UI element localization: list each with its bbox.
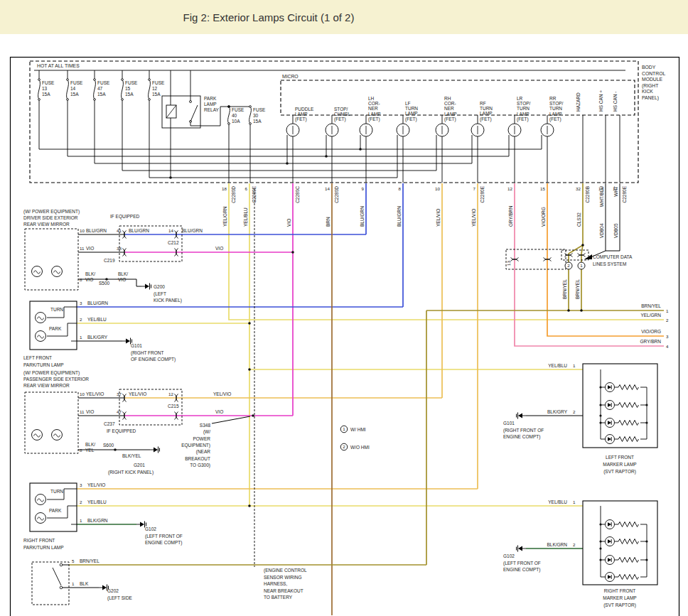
pin-number: 32 bbox=[576, 186, 581, 191]
legend-symbol: 2 bbox=[343, 444, 345, 449]
conn-pin: 13 bbox=[506, 261, 511, 266]
lamp-pin: 2 bbox=[80, 499, 82, 504]
mirror-lamp-icon bbox=[52, 266, 63, 277]
turn-lamp-icon bbox=[36, 495, 46, 505]
connector-label: C215 bbox=[168, 404, 179, 409]
pin-connector: C2280E bbox=[480, 185, 485, 202]
wire-label: BRN/YEL bbox=[575, 279, 580, 299]
wire-label: BLK bbox=[80, 581, 89, 586]
pin-wire-color: VIO bbox=[286, 219, 291, 227]
connector-label: C237 bbox=[104, 421, 115, 426]
if-equipped-label: IF EQUIPPED bbox=[107, 428, 136, 434]
pin-number: 12 bbox=[507, 186, 512, 191]
wire-label: YEL/VIO bbox=[87, 482, 105, 487]
led-lamp-icon bbox=[606, 383, 615, 392]
park-label: PARK bbox=[49, 326, 62, 331]
mirror-pin: 10 bbox=[80, 391, 85, 396]
wire-label: YEL/VIO bbox=[129, 391, 146, 396]
hs-can-plus-label: HS CAN + bbox=[598, 90, 603, 112]
pin-number: 14 bbox=[325, 186, 330, 191]
conn-pin: 14 bbox=[168, 228, 173, 233]
pin-circuit: VDB05 bbox=[613, 223, 618, 238]
wiring-diagram: Fig 2: Exterior Lamps Circuit (1 of 2) H… bbox=[0, 0, 688, 616]
wire-label: BLK/GRN bbox=[547, 542, 567, 547]
mirror-pin: 11 bbox=[80, 246, 85, 251]
wire-label: VIO bbox=[86, 409, 94, 414]
mirror-pin: 11 bbox=[80, 409, 85, 414]
conn-pin: 37 bbox=[117, 391, 122, 396]
exit-number: 3 bbox=[666, 334, 669, 339]
wire-label: YEL/BLU bbox=[87, 317, 107, 322]
wire-label: BLK/YEL bbox=[85, 442, 95, 453]
splice-label: S500 bbox=[99, 281, 110, 286]
conn-pin: 47 bbox=[117, 409, 122, 414]
wire-label: YEL/BLU bbox=[87, 499, 107, 504]
pin-circuit: CLS32 bbox=[576, 212, 581, 227]
exit-wire-color: VIO/ORG bbox=[641, 329, 661, 334]
pin-wire-color: WHT/BLU bbox=[599, 186, 604, 207]
conn-pin: 12 bbox=[168, 391, 173, 396]
lamp-pin: 1 bbox=[573, 499, 576, 504]
ground-label: G101 bbox=[131, 343, 142, 348]
ground-label: G101 bbox=[503, 421, 515, 426]
wire-label: BLU/GRN bbox=[86, 228, 107, 233]
pin-number: 18 bbox=[222, 186, 227, 191]
pin-connector: C2280E bbox=[622, 185, 627, 202]
conn-pin: 41 bbox=[117, 228, 122, 233]
splice-label: S600 bbox=[103, 443, 114, 448]
micro-label: MICRO bbox=[282, 74, 299, 79]
led-lamp-icon bbox=[606, 401, 615, 410]
left-marker-caption: LEFT FRONTMARKER LAMP(SVT RAPTOR) bbox=[603, 455, 636, 475]
exit-number: 2 bbox=[666, 318, 669, 323]
pin-wire-color: BRN bbox=[326, 217, 330, 227]
switch-pin: 1 bbox=[72, 581, 75, 586]
wire-label: BLU/GRN bbox=[182, 228, 203, 233]
pin-number: 15 bbox=[540, 186, 545, 191]
pin-circuit: VDB04 bbox=[599, 223, 604, 238]
wire-label: VIO bbox=[215, 409, 223, 414]
pin-wire-color: YEL/BLU bbox=[243, 207, 248, 227]
wire-label: BLK/YEL bbox=[122, 453, 141, 458]
switch-pin: 5 bbox=[72, 558, 75, 563]
ground-location: (LEFT SIDE bbox=[107, 595, 133, 601]
lamp-pin: 1 bbox=[573, 363, 576, 368]
pin-wire-color: VIO/ORG bbox=[541, 207, 546, 227]
led-lamp-icon bbox=[606, 418, 615, 428]
wire-label: BLK/GRY bbox=[87, 335, 108, 340]
pin-wire-color: YEL/VIO bbox=[436, 209, 441, 227]
right-marker-caption: RIGHT FRONTMARKER LAMP(SVT RAPTOR) bbox=[603, 588, 636, 608]
wire-label: BLU/GRN bbox=[87, 301, 108, 306]
lamp-pin: 1 bbox=[80, 335, 82, 340]
park-label: PARK bbox=[49, 508, 62, 513]
wire-label: VIO bbox=[86, 246, 94, 251]
pin-number: 7 bbox=[473, 186, 476, 191]
pin-number: 6 bbox=[245, 186, 248, 191]
hazard-label: HAZARD bbox=[576, 92, 581, 112]
pin-number: 10 bbox=[435, 186, 440, 191]
pin-connector: C2280C bbox=[295, 186, 300, 203]
lamp-pin: 1 bbox=[80, 518, 82, 523]
if-equipped-label: IF EQUIPPED bbox=[110, 214, 139, 220]
led-lamp-icon bbox=[606, 573, 615, 582]
conn-pin: 38 bbox=[117, 246, 122, 251]
pin-wire-color: YEL/GRN bbox=[222, 206, 227, 227]
park-lamp-icon bbox=[36, 513, 46, 524]
branch-option: 1 bbox=[580, 263, 583, 268]
connector-label: C212 bbox=[168, 240, 179, 245]
ground-location: (LEFT FRONT OFENGINE COMPT) bbox=[145, 534, 183, 546]
mirror-lamp-icon bbox=[32, 430, 43, 441]
ground-label: G201 bbox=[134, 463, 145, 468]
legend-text: W/ HMI bbox=[350, 427, 366, 432]
pin-connector: C2280E bbox=[252, 185, 257, 202]
mirror-lamp-icon bbox=[52, 430, 63, 441]
wire-label: BLK/GRN bbox=[87, 518, 108, 523]
pin-number: 8 bbox=[399, 186, 402, 191]
led-lamp-icon bbox=[606, 537, 615, 546]
wire-label: BRN/YEL bbox=[80, 558, 100, 563]
exit-wire-color: BRN/YEL bbox=[641, 303, 661, 308]
wire-label: YEL/VIO bbox=[86, 391, 104, 396]
ground-label: G200 bbox=[154, 284, 165, 289]
exit-wire-color: GRY/BRN bbox=[640, 339, 662, 344]
exit-number: 1 bbox=[666, 308, 669, 313]
wire-label: BRN/YEL bbox=[562, 279, 567, 299]
